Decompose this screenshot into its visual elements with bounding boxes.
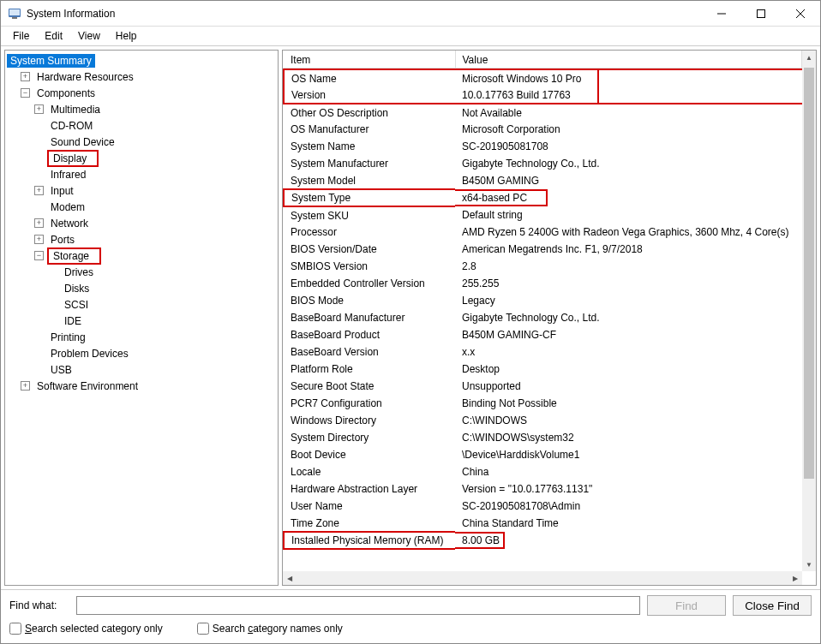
table-row[interactable]: Hardware Abstraction LayerVersion = "10.… bbox=[284, 480, 802, 498]
value-cell: SC-201905081708 bbox=[455, 138, 802, 155]
checkbox-icon[interactable] bbox=[9, 623, 21, 635]
tree-scsi[interactable]: SCSI bbox=[61, 298, 92, 312]
table-row[interactable]: Platform RoleDesktop bbox=[284, 361, 802, 378]
table-row[interactable]: System DirectoryC:\WINDOWS\system32 bbox=[284, 429, 802, 446]
expand-icon[interactable]: + bbox=[21, 72, 30, 81]
expand-icon[interactable]: + bbox=[21, 381, 30, 391]
scroll-down-icon[interactable]: ▼ bbox=[802, 558, 816, 571]
item-cell: System Manufacturer bbox=[284, 155, 455, 172]
table-row[interactable]: PCR7 ConfigurationBinding Not Possible bbox=[284, 395, 802, 412]
tree-drives[interactable]: Drives bbox=[61, 265, 97, 279]
svg-rect-4 bbox=[758, 9, 765, 17]
expand-icon[interactable]: + bbox=[34, 104, 44, 114]
table-row[interactable]: Windows DirectoryC:\WINDOWS bbox=[284, 412, 802, 429]
value-cell: Desktop bbox=[455, 361, 802, 378]
table-row[interactable]: BIOS ModeLegacy bbox=[284, 292, 802, 309]
value-cell: Unsupported bbox=[455, 378, 802, 395]
collapse-icon[interactable]: − bbox=[21, 88, 30, 98]
table-row[interactable]: System ManufacturerGigabyte Technology C… bbox=[284, 155, 802, 172]
collapse-icon[interactable]: − bbox=[34, 251, 44, 260]
table-row[interactable]: OS NameMicrosoft Windows 10 Pro bbox=[284, 69, 802, 86]
table-row[interactable]: Embedded Controller Version255.255 bbox=[284, 275, 802, 292]
value-cell: 8.00 GB bbox=[455, 532, 802, 549]
tree-disks[interactable]: Disks bbox=[61, 282, 93, 295]
tree-ide[interactable]: IDE bbox=[61, 314, 85, 328]
table-row[interactable]: Other OS DescriptionNot Available bbox=[284, 104, 802, 121]
svg-rect-1 bbox=[9, 9, 20, 15]
table-row[interactable]: BaseBoard Versionx.x bbox=[284, 343, 802, 361]
item-cell: System Directory bbox=[284, 429, 455, 446]
scroll-up-icon[interactable]: ▲ bbox=[802, 51, 816, 64]
detail-scroll[interactable]: Item Value OS NameMicrosoft Windows 10 P… bbox=[283, 51, 816, 585]
item-cell: Embedded Controller Version bbox=[284, 275, 455, 292]
scroll-left-icon[interactable]: ◀ bbox=[283, 571, 297, 585]
close-find-button[interactable]: Close Find bbox=[733, 595, 812, 616]
maximize-button[interactable] bbox=[741, 1, 781, 26]
expand-icon[interactable]: + bbox=[34, 235, 44, 244]
value-cell: China bbox=[455, 463, 802, 480]
tree-ports[interactable]: Ports bbox=[47, 233, 78, 247]
menu-view[interactable]: View bbox=[71, 28, 107, 44]
tree-components[interactable]: Components bbox=[33, 86, 99, 100]
tree-system-summary[interactable]: System Summary bbox=[7, 54, 95, 68]
table-row[interactable]: System SKUDefault string bbox=[284, 206, 802, 224]
item-cell: System Name bbox=[284, 138, 455, 155]
tree-cdrom[interactable]: CD-ROM bbox=[47, 119, 96, 133]
tree-pane[interactable]: System Summary +Hardware Resources −Comp… bbox=[4, 50, 279, 586]
menu-edit[interactable]: Edit bbox=[38, 28, 69, 44]
tree-sound-device[interactable]: Sound Device bbox=[47, 135, 118, 149]
table-row[interactable]: System ModelB450M GAMING bbox=[284, 172, 802, 189]
value-cell: 10.0.17763 Build 17763 bbox=[455, 86, 802, 104]
table-row[interactable]: BIOS Version/DateAmerican Megatrends Inc… bbox=[284, 241, 802, 258]
horizontal-scrollbar[interactable]: ◀ ▶ bbox=[283, 571, 802, 585]
find-button[interactable]: Find bbox=[647, 595, 726, 616]
item-cell: Locale bbox=[284, 463, 455, 480]
tree-infrared[interactable]: Infrared bbox=[47, 168, 89, 182]
table-row[interactable]: System NameSC-201905081708 bbox=[284, 138, 802, 155]
close-button[interactable] bbox=[781, 1, 820, 26]
table-row[interactable]: SMBIOS Version2.8 bbox=[284, 258, 802, 275]
tree-network[interactable]: Network bbox=[47, 217, 92, 230]
chk-search-selected[interactable]: Search selected category only bbox=[9, 623, 163, 635]
tree-display[interactable]: Display bbox=[50, 152, 90, 165]
table-row[interactable]: Boot Device\Device\HarddiskVolume1 bbox=[284, 446, 802, 463]
table-row[interactable]: Time ZoneChina Standard Time bbox=[284, 515, 802, 532]
table-row[interactable]: BaseBoard ManufacturerGigabyte Technolog… bbox=[284, 309, 802, 326]
checkbox-icon[interactable] bbox=[197, 623, 209, 635]
value-cell: \Device\HarddiskVolume1 bbox=[455, 446, 802, 463]
table-row[interactable]: BaseBoard ProductB450M GAMING-CF bbox=[284, 326, 802, 343]
tree-multimedia[interactable]: Multimedia bbox=[47, 103, 104, 116]
expand-icon[interactable]: + bbox=[34, 218, 44, 228]
tree-hardware-resources[interactable]: Hardware Resources bbox=[33, 70, 137, 84]
window-controls bbox=[702, 1, 820, 26]
table-row[interactable]: OS ManufacturerMicrosoft Corporation bbox=[284, 121, 802, 138]
tree-problem-devices[interactable]: Problem Devices bbox=[47, 347, 132, 361]
detail-table: Item Value OS NameMicrosoft Windows 10 P… bbox=[283, 51, 802, 550]
item-cell: BaseBoard Version bbox=[284, 343, 455, 361]
find-label: Find what: bbox=[9, 599, 69, 611]
table-row[interactable]: ProcessorAMD Ryzen 5 2400G with Radeon V… bbox=[284, 224, 802, 241]
menu-help[interactable]: Help bbox=[109, 28, 144, 44]
table-row[interactable]: Installed Physical Memory (RAM)8.00 GB bbox=[284, 532, 802, 549]
tree-usb[interactable]: USB bbox=[47, 363, 75, 377]
table-row[interactable]: Secure Boot StateUnsupported bbox=[284, 378, 802, 395]
tree-storage[interactable]: Storage bbox=[50, 249, 93, 263]
table-row[interactable]: LocaleChina bbox=[284, 463, 802, 480]
table-row[interactable]: User NameSC-201905081708\Admin bbox=[284, 498, 802, 515]
table-row[interactable]: Version10.0.17763 Build 17763 bbox=[284, 86, 802, 104]
scroll-right-icon[interactable]: ▶ bbox=[788, 571, 802, 585]
expand-icon[interactable]: + bbox=[34, 186, 44, 195]
tree-printing[interactable]: Printing bbox=[47, 331, 89, 344]
tree-input[interactable]: Input bbox=[47, 184, 77, 198]
minimize-button[interactable] bbox=[702, 1, 741, 26]
menu-file[interactable]: File bbox=[6, 28, 36, 44]
col-value[interactable]: Value bbox=[455, 51, 802, 69]
vertical-scrollbar[interactable]: ▲ ▼ bbox=[802, 51, 816, 571]
tree-modem[interactable]: Modem bbox=[47, 200, 88, 214]
tree-software-environment[interactable]: Software Environment bbox=[33, 379, 141, 393]
table-row[interactable]: System Typex64-based PC bbox=[284, 189, 802, 206]
col-item[interactable]: Item bbox=[284, 51, 455, 69]
find-input[interactable] bbox=[76, 596, 640, 615]
chk-search-names[interactable]: Search category names only bbox=[197, 623, 343, 635]
scrollbar-thumb[interactable] bbox=[804, 68, 814, 479]
